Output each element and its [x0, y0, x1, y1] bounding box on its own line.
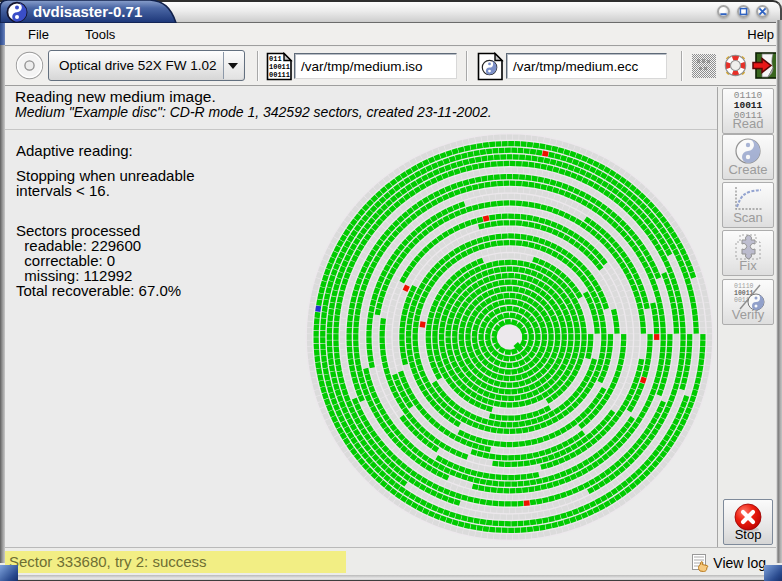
svg-text:10011: 10011	[269, 63, 290, 71]
svg-text:011: 011	[269, 55, 282, 63]
svg-text:dvdisaster-0.71: dvdisaster-0.71	[33, 3, 142, 20]
svg-text:00111: 00111	[269, 71, 290, 79]
svg-text:01110: 01110	[734, 283, 754, 290]
